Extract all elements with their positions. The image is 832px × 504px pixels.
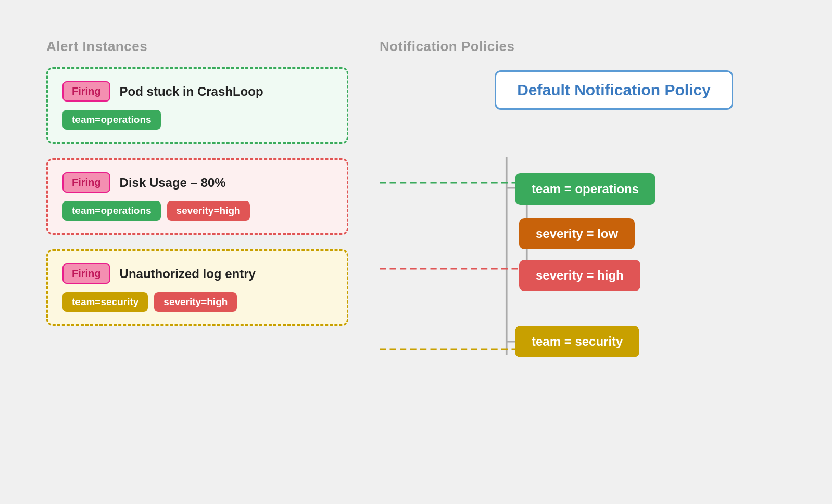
left-section-title: Alert Instances bbox=[46, 39, 348, 55]
alert-unauth-title: Unauthorized log entry bbox=[120, 267, 256, 281]
right-panel: Notification Policies Default Notificati… bbox=[380, 39, 786, 465]
alert-crashloop-title: Pod stuck in CrashLoop bbox=[120, 84, 263, 99]
alert-disk-tags: team=operations severity=high bbox=[62, 201, 332, 221]
alert-crashloop: Firing Pod stuck in CrashLoop team=opera… bbox=[46, 67, 348, 144]
alert-crashloop-tags: team=operations bbox=[62, 110, 332, 130]
right-section-title: Notification Policies bbox=[380, 39, 786, 55]
alert-disk-title: Disk Usage – 80% bbox=[120, 175, 226, 190]
policy-node-severity-high: severity = high bbox=[519, 260, 640, 291]
policy-node-team-operations: team = operations bbox=[515, 173, 655, 205]
tree-diagram: team = operations severity = low severit… bbox=[380, 157, 786, 407]
tag-team-security-1: team=security bbox=[62, 292, 148, 312]
alert-unauth-tags: team=security severity=high bbox=[62, 292, 332, 312]
alert-crashloop-top: Firing Pod stuck in CrashLoop bbox=[62, 81, 332, 102]
alert-disk: Firing Disk Usage – 80% team=operations … bbox=[46, 158, 348, 235]
policy-node-severity-low: severity = low bbox=[519, 218, 635, 249]
firing-badge-3: Firing bbox=[62, 263, 110, 284]
alert-disk-top: Firing Disk Usage – 80% bbox=[62, 172, 332, 193]
left-panel: Alert Instances Firing Pod stuck in Cras… bbox=[46, 39, 348, 465]
firing-badge-1: Firing bbox=[62, 81, 110, 102]
default-policy-box: Default Notification Policy bbox=[495, 70, 733, 110]
alert-unauth-top: Firing Unauthorized log entry bbox=[62, 263, 332, 284]
tag-severity-high-2: severity=high bbox=[154, 292, 237, 312]
alert-unauth: Firing Unauthorized log entry team=secur… bbox=[46, 249, 348, 326]
firing-badge-2: Firing bbox=[62, 172, 110, 193]
tag-team-operations-2: team=operations bbox=[62, 201, 161, 221]
tag-team-operations-1: team=operations bbox=[62, 110, 161, 130]
main-container: Alert Instances Firing Pod stuck in Cras… bbox=[15, 18, 817, 486]
tag-severity-high-1: severity=high bbox=[167, 201, 250, 221]
policy-node-team-security: team = security bbox=[515, 326, 639, 357]
